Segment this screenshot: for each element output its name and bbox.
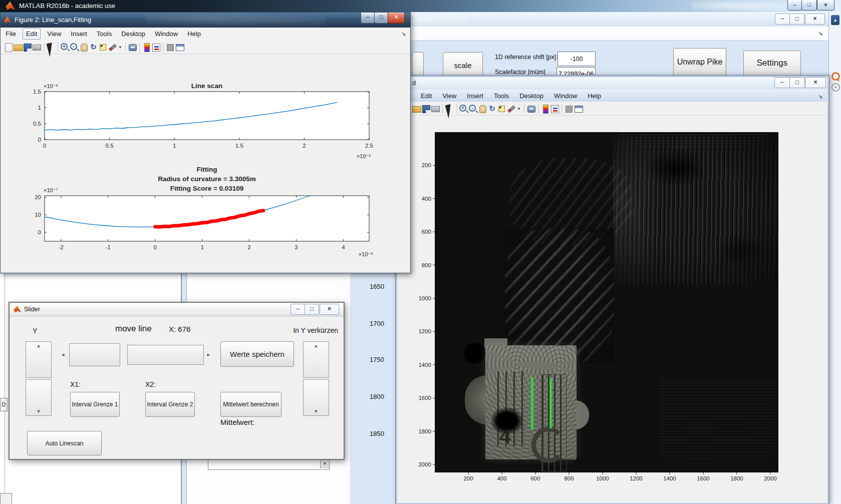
figure2-minimize-button[interactable]: – — [361, 13, 375, 24]
fitting-title-line2: Radius of curvature = 3.3005m — [82, 175, 332, 183]
menu-view[interactable]: View — [44, 29, 64, 39]
slider-restore-button[interactable]: □ — [305, 304, 319, 315]
move-line-slider[interactable]: ◂ ▸ — [62, 343, 210, 367]
menu-insert[interactable]: Insert — [68, 29, 90, 39]
menu-window[interactable]: Window — [551, 91, 580, 101]
save-icon[interactable] — [23, 43, 32, 52]
zoom-in-icon[interactable]: + — [60, 43, 70, 52]
y-slider-left-upper[interactable]: ▲ — [26, 341, 52, 378]
slider-thumb-block[interactable] — [127, 345, 204, 365]
insert-colorbar-icon[interactable] — [142, 43, 151, 52]
menu-desktop[interactable]: Desktop — [516, 91, 546, 101]
arrow-up-icon[interactable]: ▲ — [26, 343, 51, 348]
interval-limit2-button[interactable]: Interval Grenze 2 — [145, 392, 195, 417]
arrow-right-icon[interactable]: ▸ — [207, 352, 210, 357]
menu-view[interactable]: View — [439, 91, 459, 101]
link-plots-icon[interactable] — [128, 43, 137, 52]
brush-dropdown-icon[interactable]: ▼ — [118, 45, 122, 50]
collapse-arrow-icon[interactable]: ▲ — [831, 15, 839, 25]
brush-icon[interactable] — [108, 43, 117, 52]
main-maximize-button[interactable]: □ — [801, 0, 817, 11]
slider-minimize-button[interactable]: – — [291, 304, 305, 315]
link-plots-icon[interactable] — [526, 104, 536, 113]
dock-figure-icon[interactable] — [175, 43, 184, 52]
figure-right-minimize-button[interactable]: – — [774, 77, 790, 88]
menu-file[interactable]: File — [3, 29, 19, 39]
menu-edit[interactable]: Edit — [23, 28, 41, 40]
cursor-icon[interactable] — [445, 104, 454, 113]
menu-edit[interactable]: Edit — [418, 91, 435, 101]
zoom-out-icon[interactable]: - — [468, 104, 478, 113]
main-close-button[interactable]: × — [817, 0, 834, 11]
brush-icon[interactable] — [506, 104, 516, 113]
menu-window[interactable]: Window — [152, 29, 181, 39]
save-icon[interactable] — [421, 104, 431, 113]
new-document-icon[interactable] — [4, 43, 13, 52]
open-folder-icon[interactable] — [13, 43, 23, 52]
settings-button[interactable]: Settings — [743, 51, 801, 76]
y-slider-left[interactable]: ▲ ▼ — [26, 341, 52, 416]
y-slider-right-lower[interactable]: ▼ — [303, 379, 329, 416]
zoom-out-icon[interactable]: - — [70, 43, 79, 52]
print-icon[interactable] — [431, 104, 440, 113]
arrow-up-icon[interactable]: ▲ — [304, 343, 329, 348]
figure-right-close-button[interactable]: × — [805, 77, 826, 88]
insert-colorbar-icon[interactable] — [540, 104, 550, 113]
pan-hand-icon[interactable] — [79, 43, 89, 52]
slider-track-block[interactable] — [69, 343, 120, 366]
menu-help[interactable]: Help — [184, 29, 204, 39]
gui-close-button[interactable]: × — [805, 14, 825, 25]
brush-dropdown-icon[interactable]: ▼ — [517, 107, 521, 111]
ref-shift-input[interactable]: -100 — [557, 52, 596, 66]
data-cursor-icon[interactable] — [497, 104, 506, 113]
figure-right-titlebar[interactable]: d – □ × — [397, 77, 827, 90]
occluded-button-fragment[interactable] — [412, 52, 424, 77]
figure-right-menubar-chevron-icon[interactable]: ↘ — [818, 93, 822, 100]
data-cursor-icon[interactable] — [98, 43, 108, 52]
dock-figure-icon[interactable] — [574, 104, 583, 113]
slider-close-button[interactable]: × — [320, 304, 339, 315]
arrow-down-icon[interactable]: ▼ — [26, 409, 51, 414]
figure-right-restore-button[interactable]: □ — [789, 77, 805, 88]
figure2-menubar-chevron-icon[interactable]: ↘ — [401, 31, 406, 37]
rotate-3d-icon[interactable]: ↻ — [487, 104, 497, 113]
save-values-button[interactable]: Werte speichern — [220, 341, 294, 367]
y-slider-right[interactable]: ▲ ▼ — [303, 341, 329, 416]
menu-desktop[interactable]: Desktop — [118, 29, 148, 39]
gui-minimize-button[interactable]: – — [775, 14, 790, 25]
unwrap-pike-button[interactable]: Unwrap Pike — [673, 48, 726, 76]
figure2-close-button[interactable]: × — [388, 13, 405, 24]
plain-square-icon[interactable] — [165, 43, 175, 52]
pan-hand-icon[interactable] — [478, 104, 487, 113]
main-minimize-button[interactable]: – — [787, 0, 802, 11]
interval-limit1-button[interactable]: Interval Grenze 1 — [70, 392, 120, 417]
zoom-in-icon[interactable]: + — [459, 104, 468, 113]
compute-mean-button[interactable]: Mittelwert berechnen — [220, 392, 282, 417]
gui-restore-button[interactable]: □ — [789, 14, 804, 25]
menu-tools[interactable]: Tools — [94, 29, 115, 39]
arrow-down-icon[interactable]: ▼ — [304, 409, 329, 414]
open-folder-icon[interactable] — [412, 104, 421, 113]
menu-tools[interactable]: Tools — [491, 91, 512, 101]
y-slider-right-upper[interactable]: ▲ — [303, 341, 329, 378]
menu-help[interactable]: Help — [585, 91, 604, 101]
x-tick-label: 0 — [153, 244, 156, 250]
cursor-icon[interactable] — [46, 43, 56, 52]
gui-dropdown[interactable]: ▼ — [208, 459, 330, 470]
insert-legend-icon[interactable] — [550, 104, 559, 113]
slider-titlebar[interactable]: Slider – □ × — [10, 303, 344, 316]
gui-overflow-chevron-icon[interactable]: ↘ — [818, 30, 822, 37]
figure2-maximize-button[interactable]: □ — [374, 13, 388, 24]
arrow-left-icon[interactable]: ◂ — [62, 352, 65, 357]
figure2-titlebar[interactable]: Figure 2: Line_scan,Fitting – □ × — [1, 13, 410, 28]
menu-insert[interactable]: Insert — [464, 91, 486, 101]
auto-linescan-button[interactable]: Auto Linescan — [27, 431, 102, 455]
rotate-3d-icon[interactable]: ↻ — [89, 43, 98, 52]
dropdown-circle-icon[interactable]: ▼ — [831, 83, 840, 92]
plain-square-icon[interactable] — [564, 104, 574, 113]
y-slider-left-lower[interactable]: ▼ — [26, 379, 52, 416]
dropdown-arrow-button[interactable]: ▼ — [320, 459, 329, 468]
insert-legend-icon[interactable] — [151, 43, 161, 52]
matlab-main-titlebar[interactable]: MATLAB R2016b - academic use – □ × — [0, 0, 841, 12]
print-icon[interactable] — [32, 43, 42, 52]
